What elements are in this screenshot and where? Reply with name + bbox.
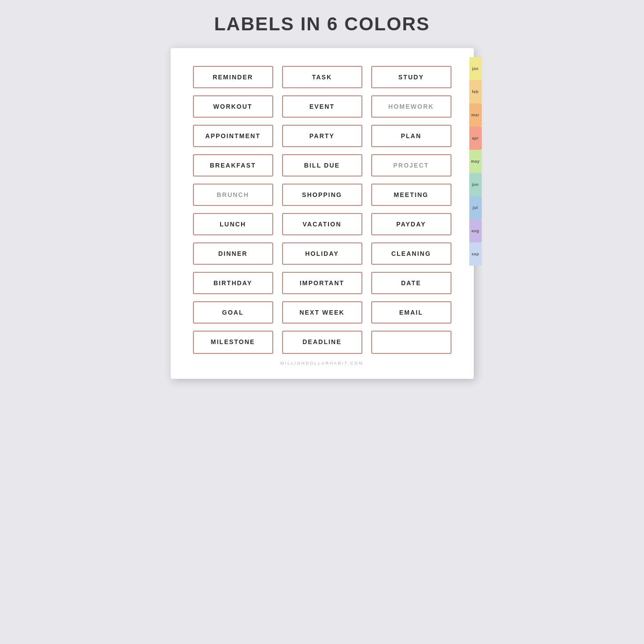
label-text: REMINDER: [213, 74, 253, 81]
label-box: CLEANING: [371, 242, 451, 265]
label-text: BILL DUE: [304, 162, 340, 169]
tab-may: may: [469, 150, 482, 173]
label-box: IMPORTANT: [282, 272, 362, 294]
label-text: NEXT WEEK: [299, 309, 345, 316]
label-box: BILL DUE: [282, 154, 362, 176]
label-text: PLAN: [401, 132, 421, 139]
label-box: PROJECT: [371, 154, 451, 176]
label-text: CLEANING: [391, 250, 431, 257]
label-box: REMINDER: [193, 66, 273, 88]
tab-apr: apr: [469, 127, 482, 150]
page-wrapper: LABELS IN 6 COLORS janfebmaraprmayjunjul…: [162, 13, 483, 379]
label-box: GOAL: [193, 301, 273, 324]
label-box: [371, 331, 451, 354]
page-title: LABELS IN 6 COLORS: [214, 13, 430, 35]
tab-mar: mar: [469, 103, 482, 127]
label-box: SHOPPING: [282, 184, 362, 206]
label-text: IMPORTANT: [299, 279, 344, 287]
label-box: HOMEWORK: [371, 95, 451, 118]
label-text: MEETING: [394, 191, 429, 198]
tab-sep: sep: [469, 242, 482, 266]
labels-grid: REMINDERTASKSTUDYWORKOUTEVENTHOMEWORKAPP…: [193, 66, 451, 354]
label-box: BREAKFAST: [193, 154, 273, 176]
label-text: MILESTONE: [211, 338, 255, 345]
label-box: APPOINTMENT: [193, 125, 273, 147]
label-text: SHOPPING: [302, 191, 342, 198]
label-box: PARTY: [282, 125, 362, 147]
label-box: VACATION: [282, 213, 362, 235]
label-text: BREAKFAST: [210, 162, 256, 169]
label-box: TASK: [282, 66, 362, 88]
label-box: EVENT: [282, 95, 362, 118]
label-box: NEXT WEEK: [282, 301, 362, 324]
tab-jun: jun: [469, 173, 482, 196]
label-text: PROJECT: [393, 162, 429, 169]
label-box: STUDY: [371, 66, 451, 88]
label-box: LUNCH: [193, 213, 273, 235]
label-box: EMAIL: [371, 301, 451, 324]
label-text: DATE: [401, 279, 421, 287]
label-text: HOMEWORK: [388, 103, 434, 110]
label-box: MEETING: [371, 184, 451, 206]
label-text: HOLIDAY: [305, 250, 339, 257]
label-box: PLAN: [371, 125, 451, 147]
label-box: DATE: [371, 272, 451, 294]
sheet-container: janfebmaraprmayjunjulaugsep REMINDERTASK…: [171, 48, 474, 379]
label-text: TASK: [312, 74, 332, 81]
label-box: MILESTONE: [193, 331, 273, 354]
tab-aug: aug: [469, 219, 482, 242]
tab-feb: feb: [469, 80, 482, 103]
label-text: STUDY: [398, 74, 424, 81]
label-text: LUNCH: [220, 221, 246, 228]
label-text: DEADLINE: [303, 338, 342, 345]
label-text: EVENT: [309, 103, 335, 110]
tab-jan: jan: [469, 57, 482, 80]
label-text: DINNER: [218, 250, 248, 257]
label-text: GOAL: [222, 309, 243, 316]
label-text: BRUNCH: [217, 191, 249, 198]
tab-jul: jul: [469, 196, 482, 219]
label-text: EMAIL: [399, 309, 423, 316]
label-box: BIRTHDAY: [193, 272, 273, 294]
tab-strip: janfebmaraprmayjunjulaugsep: [469, 57, 482, 266]
label-box: DEADLINE: [282, 331, 362, 354]
label-text: VACATION: [303, 221, 341, 228]
label-box: PAYDAY: [371, 213, 451, 235]
label-box: BRUNCH: [193, 184, 273, 206]
watermark: MILLIONDOLLARHABIT.COM: [193, 361, 451, 365]
label-text: BIRTHDAY: [213, 279, 252, 287]
label-text: WORKOUT: [213, 103, 253, 110]
label-box: HOLIDAY: [282, 242, 362, 265]
label-box: DINNER: [193, 242, 273, 265]
label-box: WORKOUT: [193, 95, 273, 118]
label-text: PARTY: [309, 132, 334, 139]
label-text: APPOINTMENT: [205, 132, 261, 139]
label-text: PAYDAY: [396, 221, 426, 228]
